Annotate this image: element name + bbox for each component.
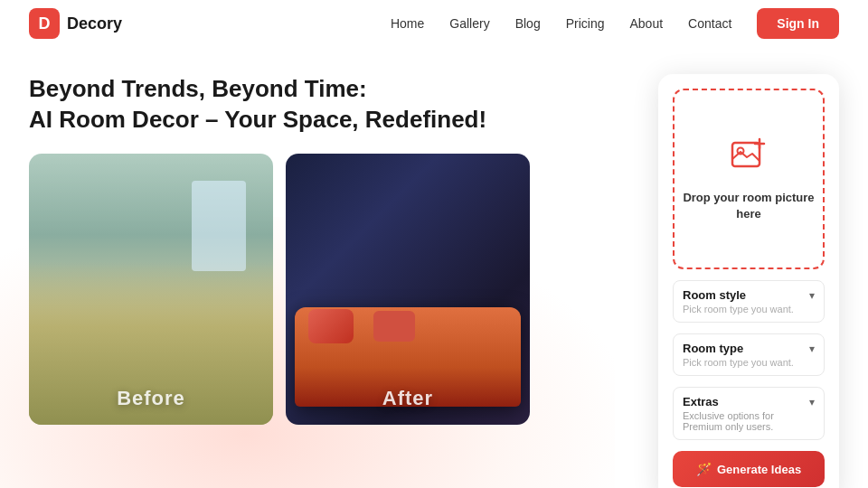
room-type-chevron-icon: ▾ — [809, 343, 815, 355]
room-type-placeholder: Pick room type you want. — [683, 357, 815, 368]
after-image — [286, 154, 530, 425]
room-style-label: Room style — [683, 288, 746, 302]
sign-in-button[interactable]: Sign In — [757, 8, 839, 39]
generate-button[interactable]: 🪄 Generate Ideas — [673, 451, 825, 487]
before-after-container: Before After — [29, 154, 640, 425]
nav-about[interactable]: About — [629, 16, 663, 31]
room-style-placeholder: Pick room type you want. — [683, 304, 815, 314]
after-label: After — [382, 387, 433, 410]
room-style-dropdown[interactable]: Room style ▾ Pick room type you want. — [673, 280, 825, 323]
generate-icon: 🪄 — [696, 462, 712, 476]
room-type-label: Room type — [683, 342, 743, 355]
nav-gallery[interactable]: Gallery — [449, 16, 489, 31]
main-nav: Home Gallery Blog Pricing About Contact … — [391, 8, 839, 39]
before-image-card: Before — [29, 154, 273, 425]
logo-icon: D — [29, 8, 60, 39]
control-card: Drop your room picture here Room style ▾… — [658, 74, 839, 488]
extras-dropdown[interactable]: Extras ▾ Exclusive options for Premium o… — [673, 387, 825, 440]
generate-label: Generate Ideas — [717, 463, 801, 476]
nav-pricing[interactable]: Pricing — [566, 16, 605, 31]
extras-chevron-icon: ▾ — [809, 396, 815, 408]
before-image — [29, 154, 273, 425]
room-type-dropdown[interactable]: Room type ▾ Pick room type you want. — [673, 333, 825, 376]
drop-text: Drop your room picture here — [675, 190, 823, 222]
drop-zone[interactable]: Drop your room picture here — [673, 89, 825, 269]
page-title: Beyond Trends, Beyond Time: AI Room Deco… — [29, 74, 499, 136]
nav-home[interactable]: Home — [391, 16, 424, 31]
logo-area: D Decory — [29, 8, 122, 39]
nav-contact[interactable]: Contact — [688, 16, 731, 31]
logo-name: Decory — [67, 14, 122, 33]
nav-blog[interactable]: Blog — [515, 16, 541, 31]
before-label: Before — [117, 387, 185, 410]
upload-icon — [729, 136, 769, 181]
header: D Decory Home Gallery Blog Pricing About… — [0, 0, 868, 47]
extras-placeholder: Exclusive options for Premium only users… — [683, 410, 815, 432]
main-content: Beyond Trends, Beyond Time: AI Room Deco… — [0, 47, 868, 488]
left-section: Beyond Trends, Beyond Time: AI Room Deco… — [29, 74, 640, 425]
extras-label: Extras — [683, 395, 719, 408]
room-style-chevron-icon: ▾ — [809, 289, 815, 302]
after-image-card: After — [286, 154, 530, 425]
